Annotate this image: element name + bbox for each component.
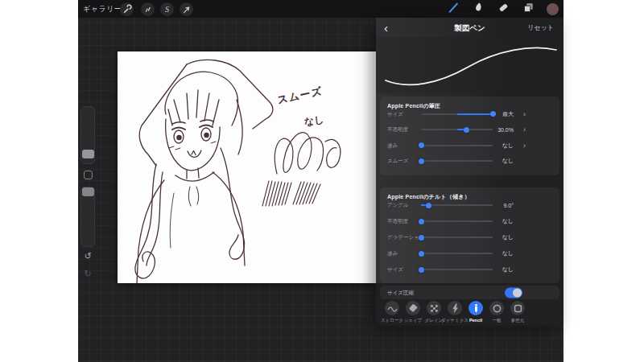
slider-fill (457, 113, 493, 115)
chevron-right-icon[interactable]: › (523, 142, 526, 150)
actions-button[interactable] (120, 2, 134, 16)
brush-size-handle[interactable] (82, 150, 94, 158)
setting-row: サイズ なし › (380, 261, 559, 278)
color-swatch[interactable] (547, 3, 559, 15)
stroke-preview-curve (376, 37, 564, 93)
drawing-canvas[interactable]: スムーズ なし (118, 51, 378, 283)
eraser-icon (497, 2, 510, 17)
setting-value: なし (502, 217, 514, 225)
adjustments-button[interactable] (141, 2, 155, 16)
panel-header: ‹ 製図ペン リセット (376, 18, 564, 37)
dynamics-bolt-icon (448, 301, 462, 315)
size-compression-row: サイズ圧縮 (380, 286, 559, 299)
section-pencil-tilt: Apple Pencilのチルト（傾き） アングル 9.0° › 不透明度 なし… (380, 187, 559, 283)
setting-value: なし (502, 157, 514, 165)
canvas-note-none: なし (303, 113, 325, 129)
selection-s-icon: S (165, 5, 169, 14)
setting-row: 滲み なし › (380, 245, 559, 261)
shape-blob-icon (406, 301, 420, 315)
section-pencil-pressure: Apple Pencilの筆圧 サイズ 最大 › 不透明度 30.0% › 滲み… (380, 97, 559, 175)
section-title: Apple Pencilのチルト（傾き） (380, 187, 559, 197)
slider-track[interactable] (421, 220, 493, 222)
setting-value: なし (502, 142, 514, 150)
setting-row: サイズ 最大 › (380, 106, 559, 122)
smudge-finger-icon (473, 2, 484, 16)
transform-button[interactable] (180, 2, 193, 16)
slider-track[interactable] (421, 269, 493, 270)
slider-handle[interactable] (419, 251, 424, 257)
slider-handle[interactable] (419, 267, 424, 273)
general-circle-icon (489, 301, 504, 315)
setting-label: スムーズ (387, 158, 408, 165)
size-compression-toggle[interactable] (505, 287, 522, 298)
slider-handle[interactable] (426, 203, 431, 208)
gallery-button[interactable]: ギャラリー (83, 0, 122, 18)
sketch-drawing (118, 51, 378, 283)
tab-参照元[interactable]: 参照元 (507, 299, 528, 325)
grain-texture-icon (427, 301, 441, 315)
setting-value: 最大 (502, 110, 514, 118)
modify-button[interactable] (84, 171, 93, 179)
setting-label: 不透明度 (387, 218, 408, 225)
layers-icon (522, 2, 535, 17)
setting-value: 9.0° (503, 203, 514, 208)
source-square-icon (510, 301, 525, 315)
chevron-right-icon[interactable]: › (523, 110, 526, 118)
slider-handle[interactable] (464, 127, 469, 133)
setting-row: スムーズ なし › (380, 154, 559, 170)
setting-label: アングル (387, 202, 409, 209)
slider-track[interactable] (421, 237, 493, 238)
undo-icon[interactable]: ↺ (80, 251, 95, 261)
redo-icon[interactable]: ↻ (80, 269, 95, 279)
setting-row: グラデーション なし › (380, 229, 559, 245)
setting-row: 不透明度 30.0% › (380, 122, 559, 138)
stroke-squiggle-icon (385, 301, 399, 315)
top-toolbar: ギャラリー S (78, 0, 564, 18)
eraser-tool-button[interactable] (497, 2, 510, 15)
paintbrush-icon (448, 2, 460, 17)
setting-label: 滲み (387, 142, 398, 149)
setting-value: なし (502, 265, 514, 274)
slider-track[interactable] (421, 129, 493, 130)
setting-label: サイズ (387, 266, 403, 274)
transform-arrow-icon (181, 4, 192, 14)
selection-button[interactable]: S (160, 2, 174, 16)
setting-value: 30.0% (497, 127, 514, 133)
slider-track[interactable] (421, 145, 493, 146)
magic-wand-icon (142, 4, 153, 14)
reset-button[interactable]: リセット (527, 18, 554, 39)
stroke-preview (376, 37, 564, 93)
setting-row: 滲み なし › (380, 138, 559, 154)
setting-row: アングル 9.0° › (380, 197, 559, 213)
tab-label: 参照元 (502, 318, 533, 323)
section-title: Apple Pencilの筆圧 (380, 97, 559, 106)
slider-track[interactable] (421, 253, 493, 254)
slider-handle[interactable] (419, 158, 424, 164)
layers-button[interactable] (522, 2, 535, 15)
slider-track[interactable] (421, 113, 493, 115)
toggle-knob (513, 288, 522, 297)
setting-row: 不透明度 なし › (380, 213, 559, 229)
brush-settings-tabbar: ストローク シェイプ グレイン ダイナミクス Pencil 一般 参照元 (382, 299, 528, 325)
slider-handle[interactable] (419, 235, 424, 241)
setting-value: なし (502, 249, 514, 257)
pencil-icon (469, 301, 483, 315)
setting-label: 滲み (387, 250, 398, 257)
chevron-right-icon[interactable]: › (523, 125, 526, 134)
slider-handle[interactable] (419, 219, 424, 224)
procreate-app: ギャラリー S (78, 0, 564, 362)
size-compression-label: サイズ圧縮 (387, 289, 414, 296)
screenshot-stage: ギャラリー S (0, 0, 644, 362)
slider-track[interactable] (421, 160, 493, 162)
brush-opacity-handle[interactable] (82, 187, 94, 196)
setting-value: なし (502, 233, 514, 241)
slider-track[interactable] (421, 204, 493, 206)
setting-label: 不透明度 (387, 126, 408, 134)
brush-tool-button[interactable] (447, 2, 460, 15)
wrench-icon (122, 4, 132, 14)
setting-label: サイズ (387, 110, 403, 117)
brush-settings-panel: ‹ 製図ペン リセット Apple Pencilの筆圧 サイズ 最大 › 不透明… (376, 18, 564, 326)
smudge-tool-button[interactable] (472, 2, 485, 15)
slider-handle[interactable] (419, 142, 424, 148)
slider-handle[interactable] (490, 111, 496, 117)
